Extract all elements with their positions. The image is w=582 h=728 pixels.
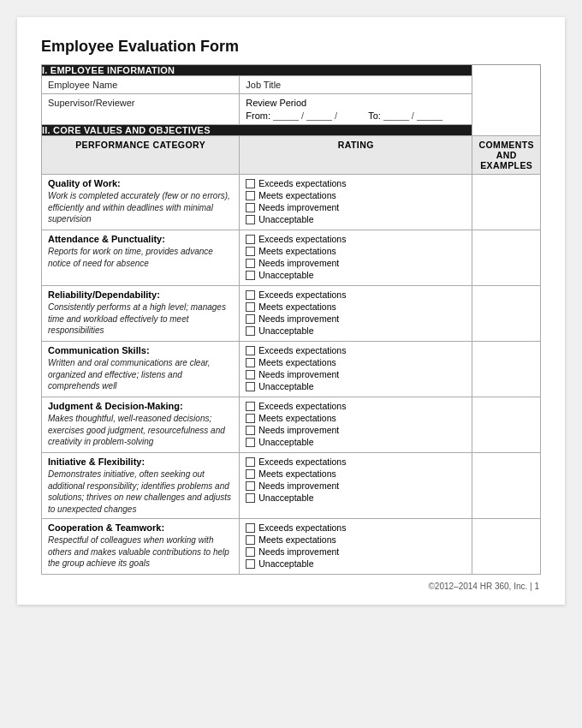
rating-unacceptable-6[interactable]: Unacceptable — [246, 558, 466, 569]
table-row: Reliability/Dependability: Consistently … — [42, 286, 541, 342]
rating-needs-4[interactable]: Needs improvement — [246, 425, 466, 435]
checkbox-meets-5[interactable] — [246, 469, 255, 479]
checkbox-needs-0[interactable] — [246, 203, 255, 212]
rating-meets-6[interactable]: Meets expectations — [246, 534, 466, 545]
rating-needs-6[interactable]: Needs improvement — [246, 546, 466, 557]
checkbox-unacceptable-0[interactable] — [246, 215, 255, 224]
rating-meets-2[interactable]: Meets expectations — [246, 301, 466, 312]
checkbox-exceeds-4[interactable] — [246, 402, 255, 411]
checkbox-meets-3[interactable] — [246, 358, 255, 367]
to-label: To: — [368, 110, 381, 121]
comments-cell-4[interactable] — [472, 397, 541, 453]
to-month-field[interactable] — [383, 110, 409, 121]
rating-exceeds-1[interactable]: Exceeds expectations — [246, 234, 466, 244]
category-cell-0: Quality of Work: Work is completed accur… — [42, 175, 240, 230]
rating-cell-4: Exceeds expectations Meets expectations … — [240, 397, 472, 453]
label-needs-2: Needs improvement — [258, 313, 339, 324]
checkbox-exceeds-3[interactable] — [246, 346, 255, 355]
label-exceeds-4: Exceeds expectations — [258, 401, 346, 411]
checkbox-needs-4[interactable] — [246, 426, 255, 435]
from-day-field[interactable] — [306, 110, 332, 121]
checkbox-meets-1[interactable] — [246, 247, 255, 256]
label-meets-5: Meets expectations — [258, 468, 336, 479]
rating-exceeds-0[interactable]: Exceeds expectations — [246, 178, 466, 188]
rating-unacceptable-5[interactable]: Unacceptable — [246, 492, 466, 503]
rating-exceeds-4[interactable]: Exceeds expectations — [246, 401, 466, 411]
job-title-label: Job Title — [240, 76, 472, 94]
checkbox-unacceptable-4[interactable] — [246, 438, 255, 447]
from-month-field[interactable] — [273, 110, 299, 121]
rating-exceeds-2[interactable]: Exceeds expectations — [246, 289, 466, 300]
comments-cell-1[interactable] — [472, 230, 541, 286]
rating-meets-0[interactable]: Meets expectations — [246, 190, 466, 200]
checkbox-unacceptable-3[interactable] — [246, 382, 255, 391]
checkbox-meets-6[interactable] — [246, 535, 255, 545]
rating-exceeds-5[interactable]: Exceeds expectations — [246, 456, 466, 467]
checkbox-exceeds-6[interactable] — [246, 523, 255, 533]
rating-meets-5[interactable]: Meets expectations — [246, 468, 466, 479]
checkbox-needs-5[interactable] — [246, 481, 255, 491]
checkbox-exceeds-1[interactable] — [246, 235, 255, 244]
employee-name-row: Employee Name Job Title — [42, 76, 541, 94]
comments-cell-5[interactable] — [472, 453, 541, 519]
checkbox-exceeds-2[interactable] — [246, 290, 255, 300]
category-name-4: Judgment & Decision-Making: — [48, 401, 233, 411]
label-needs-4: Needs improvement — [258, 425, 339, 435]
rating-needs-5[interactable]: Needs improvement — [246, 480, 466, 491]
table-row: Initiative & Flexibility: Demonstrates i… — [42, 453, 541, 519]
label-unacceptable-2: Unacceptable — [258, 325, 313, 336]
category-desc-5: Demonstrates initiative, often seeking o… — [48, 468, 233, 515]
checkbox-unacceptable-5[interactable] — [246, 493, 255, 503]
col-header-comments: Comments and Examples — [472, 136, 541, 175]
category-cell-3: Communication Skills: Written and oral c… — [42, 342, 240, 397]
rating-meets-1[interactable]: Meets expectations — [246, 246, 466, 256]
comments-cell-6[interactable] — [472, 519, 541, 575]
employee-info-header: I. EMPLOYEE INFORMATION — [42, 65, 472, 76]
checkbox-needs-2[interactable] — [246, 314, 255, 324]
footer: ©2012–2014 HR 360, Inc. | 1 — [41, 582, 541, 591]
checkbox-exceeds-5[interactable] — [246, 457, 255, 467]
rating-needs-2[interactable]: Needs improvement — [246, 313, 466, 324]
label-exceeds-1: Exceeds expectations — [258, 234, 346, 244]
label-meets-4: Meets expectations — [258, 413, 336, 423]
label-meets-2: Meets expectations — [258, 301, 336, 312]
core-values-header: II. CORE VALUES AND OBJECTIVES — [42, 125, 472, 136]
rating-unacceptable-2[interactable]: Unacceptable — [246, 325, 466, 336]
checkbox-needs-1[interactable] — [246, 259, 255, 268]
review-period-row: From: / / To: / — [246, 110, 466, 121]
rating-needs-0[interactable]: Needs improvement — [246, 202, 466, 212]
rating-unacceptable-4[interactable]: Unacceptable — [246, 437, 466, 447]
category-name-5: Initiative & Flexibility: — [48, 456, 233, 467]
rating-unacceptable-0[interactable]: Unacceptable — [246, 214, 466, 224]
rating-cell-6: Exceeds expectations Meets expectations … — [240, 519, 472, 575]
to-day-field[interactable] — [417, 110, 442, 121]
comments-cell-0[interactable] — [472, 175, 541, 230]
rating-cell-5: Exceeds expectations Meets expectations … — [240, 453, 472, 519]
checkbox-needs-3[interactable] — [246, 370, 255, 379]
rating-needs-3[interactable]: Needs improvement — [246, 369, 466, 379]
checkbox-meets-4[interactable] — [246, 414, 255, 423]
rating-unacceptable-1[interactable]: Unacceptable — [246, 270, 466, 280]
checkbox-meets-0[interactable] — [246, 191, 255, 200]
checkbox-needs-6[interactable] — [246, 547, 255, 557]
employee-name-label: Employee Name — [42, 76, 240, 94]
comments-cell-3[interactable] — [472, 342, 541, 397]
rating-exceeds-6[interactable]: Exceeds expectations — [246, 522, 466, 533]
rating-cell-2: Exceeds expectations Meets expectations … — [240, 286, 472, 342]
comments-cell-2[interactable] — [472, 286, 541, 342]
checkbox-unacceptable-6[interactable] — [246, 559, 255, 569]
checkbox-meets-2[interactable] — [246, 302, 255, 312]
checkbox-unacceptable-2[interactable] — [246, 326, 255, 336]
checkbox-exceeds-0[interactable] — [246, 179, 255, 188]
rating-meets-3[interactable]: Meets expectations — [246, 357, 466, 367]
label-unacceptable-1: Unacceptable — [258, 270, 313, 280]
rating-exceeds-3[interactable]: Exceeds expectations — [246, 345, 466, 355]
rating-cell-0: Exceeds expectations Meets expectations … — [240, 175, 472, 230]
checkbox-unacceptable-1[interactable] — [246, 271, 255, 280]
rating-meets-4[interactable]: Meets expectations — [246, 413, 466, 423]
category-cell-2: Reliability/Dependability: Consistently … — [42, 286, 240, 342]
rating-needs-1[interactable]: Needs improvement — [246, 258, 466, 268]
rating-unacceptable-3[interactable]: Unacceptable — [246, 381, 466, 391]
label-unacceptable-5: Unacceptable — [258, 492, 313, 503]
category-name-1: Attendance & Punctuality: — [48, 234, 233, 244]
